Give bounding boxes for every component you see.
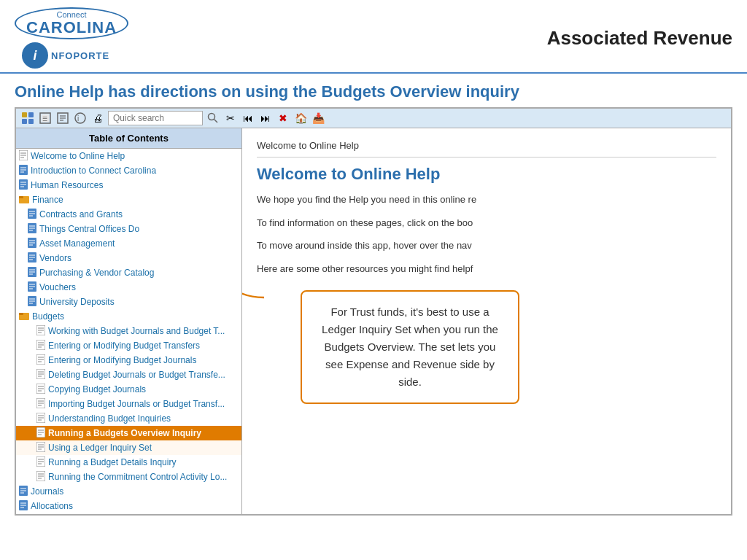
toc-item-purchasing[interactable]: Purchasing & Vendor Catalog	[16, 265, 241, 280]
search-input[interactable]	[108, 111, 203, 125]
toc-icon-understanding	[36, 413, 45, 424]
toc-item-working-budgets[interactable]: Working with Budget Journals and Budget …	[16, 324, 241, 338]
main-panel: Welcome to Online Help Welcome to Online…	[242, 128, 731, 514]
toc-item-asset[interactable]: Asset Management	[16, 236, 241, 251]
infoporte-icon: i	[22, 42, 48, 69]
toolbar-icon-2[interactable]: ☰	[38, 111, 53, 125]
svg-rect-3	[28, 119, 34, 124]
toc-icon-deleting	[36, 369, 45, 381]
svg-rect-58	[19, 313, 23, 315]
toc-item-welcome[interactable]: Welcome to Online Help	[16, 149, 241, 163]
header: Connect CAROLINA i NFOPORTE Associated R…	[0, 0, 747, 74]
toc-label-running-budgets: Running a Budgets Overview Inquiry	[48, 428, 201, 438]
toc-item-budgets[interactable]: Budgets	[16, 309, 241, 324]
toc-label-vendors: Vendors	[39, 253, 71, 263]
toc-icon-intro	[19, 165, 28, 176]
toc-item-vendors[interactable]: Vendors	[16, 251, 241, 265]
toc-label-deleting: Deleting Budget Journals or Budget Trans…	[48, 370, 225, 380]
toc-item-running-commitment[interactable]: Running the Commitment Control Activity …	[16, 470, 241, 484]
toc-item-vouchers[interactable]: Vouchers	[16, 280, 241, 295]
toc-item-importing[interactable]: Importing Budget Journals or Budget Tran…	[16, 397, 241, 411]
toc-item-running-details[interactable]: Running a Budget Details Inquiry	[16, 455, 241, 470]
toc-icon-univ-deposits	[28, 296, 36, 308]
toc-icon-purchasing	[28, 267, 36, 279]
toc-panel: Table of Contents Welcome to Online Help…	[16, 128, 242, 514]
toc-item-contracts[interactable]: Contracts and Grants	[16, 207, 241, 222]
toc-item-deleting[interactable]: Deleting Budget Journals or Budget Trans…	[16, 368, 241, 382]
toc-icon-finance	[19, 194, 29, 206]
svg-rect-1	[28, 112, 34, 117]
breadcrumb: Welcome to Online Help	[257, 140, 716, 151]
toc-icon-entering-mod	[36, 340, 45, 351]
screenshot-area: ☰ i 🖨 ✂ ⏮ ⏭ ✖ 🏠 📥 Table of Contents Welc…	[15, 107, 732, 516]
toc-label-working-budgets: Working with Budget Journals and Budget …	[48, 326, 225, 336]
toc-label-understanding: Understanding Budget Inquiries	[48, 413, 171, 424]
toolbar-rewind-icon[interactable]: ⏮	[241, 111, 255, 125]
toc-item-understanding[interactable]: Understanding Budget Inquiries	[16, 411, 241, 426]
toolbar-icon-5[interactable]: 🖨	[90, 111, 105, 125]
toc-label-contracts: Contracts and Grants	[39, 209, 123, 219]
toolbar-close-icon[interactable]: ✖	[276, 111, 290, 125]
toc-icon-vendors	[28, 252, 36, 264]
toolbar-download-icon[interactable]: 📥	[311, 111, 325, 125]
toolbar-home-icon[interactable]: 🏠	[293, 111, 308, 125]
toc-label-entering-journals: Entering or Modifying Budget Journals	[48, 355, 196, 365]
svg-rect-28	[19, 196, 23, 198]
svg-text:☰: ☰	[42, 116, 47, 122]
svg-point-13	[209, 114, 215, 120]
toc-label-finance: Finance	[32, 195, 63, 205]
toolbar-scissors-icon[interactable]: ✂	[223, 111, 238, 125]
toc-label-asset: Asset Management	[39, 238, 115, 249]
toc-icon-entering-journals	[36, 354, 45, 366]
svg-text:i: i	[77, 114, 79, 122]
toc-icon-importing	[36, 398, 45, 410]
toolbar-icon-1[interactable]	[20, 111, 35, 125]
toolbar-icon-3[interactable]	[55, 111, 70, 125]
toc-label-purchasing: Purchasing & Vendor Catalog	[39, 268, 154, 278]
toc-icon-running-budgets	[36, 427, 45, 439]
main-body: We hope you find the Help you need in th…	[257, 192, 716, 276]
toolbar: ☰ i 🖨 ✂ ⏮ ⏭ ✖ 🏠 📥	[16, 109, 731, 128]
content-split: Table of Contents Welcome to Online Help…	[16, 128, 731, 514]
toc-item-using-ledger[interactable]: Using a Ledger Inquiry Set	[16, 440, 241, 455]
toc-item-things[interactable]: Things Central Offices Do	[16, 222, 241, 236]
toc-icon-using-ledger	[36, 442, 45, 454]
callout-box: For Trust funds, it's best to use a Ledg…	[301, 290, 519, 404]
toc-item-hr[interactable]: Human Resources	[16, 178, 241, 192]
toc-item-copying[interactable]: Copying Budget Journals	[16, 382, 241, 397]
toc-item-allocations[interactable]: Allocations	[16, 499, 241, 513]
toc-icon-contracts	[28, 209, 36, 220]
main-para-3: To move around inside this app, hover ov…	[257, 238, 716, 253]
infoporte-label: NFOPORTE	[51, 50, 109, 61]
toc-label-vouchers: Vouchers	[39, 282, 76, 292]
toolbar-forward-icon[interactable]: ⏭	[258, 111, 273, 125]
toolbar-icon-4[interactable]: i	[73, 111, 88, 125]
toc-label-running-details: Running a Budget Details Inquiry	[48, 457, 176, 467]
callout-container: For Trust funds, it's best to use a Ledg…	[257, 290, 716, 404]
toc-item-entering-journals[interactable]: Entering or Modifying Budget Journals	[16, 353, 241, 368]
toc-item-finance[interactable]: Finance	[16, 192, 241, 207]
toc-icon-vouchers	[28, 281, 36, 293]
toc-label-intro: Introduction to Connect Carolina	[31, 166, 156, 176]
main-para-4: Here are some other resources you might …	[257, 262, 716, 276]
header-title: Associated Revenue	[547, 27, 732, 50]
logo-area: Connect CAROLINA i NFOPORTE	[15, 7, 128, 69]
main-title: Welcome to Online Help	[257, 165, 716, 184]
toc-item-univ-deposits[interactable]: University Deposits	[16, 295, 241, 309]
toc-label-journals: Journals	[31, 486, 63, 497]
toc-icon-budgets	[19, 311, 29, 322]
search-icon[interactable]	[206, 111, 220, 125]
callout-arrow-svg	[242, 261, 271, 305]
toc-item-intro[interactable]: Introduction to Connect Carolina	[16, 163, 241, 178]
toc-item-sources[interactable]: Sources	[16, 513, 241, 514]
toc-items-container: Welcome to Online HelpIntroduction to Co…	[16, 149, 241, 514]
main-para-1: We hope you find the Help you need in th…	[257, 192, 716, 207]
toc-item-journals[interactable]: Journals	[16, 484, 241, 499]
carolina-text: CAROLINA	[26, 19, 117, 36]
toc-icon-working-budgets	[36, 325, 45, 337]
toc-icon-running-details	[36, 456, 45, 468]
toc-item-running-budgets[interactable]: Running a Budgets Overview Inquiry	[16, 426, 241, 440]
toc-label-things: Things Central Offices Do	[39, 224, 139, 234]
toc-item-entering-mod[interactable]: Entering or Modifying Budget Transfers	[16, 338, 241, 353]
svg-line-14	[214, 120, 218, 123]
